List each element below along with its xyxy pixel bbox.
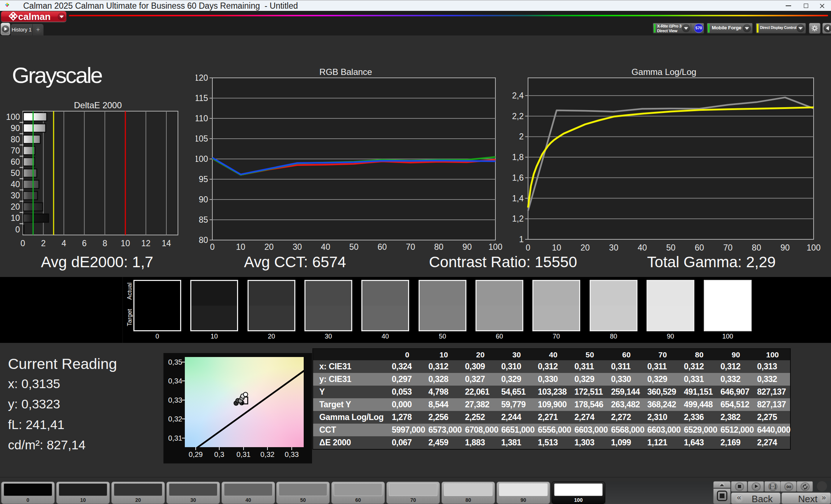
svg-text:70: 70 [406,242,415,252]
svg-text:100: 100 [489,242,502,252]
svg-text:60: 60 [378,242,387,252]
svg-text:90: 90 [199,195,208,204]
svg-text:0,35: 0,35 [168,358,182,366]
svg-text:0,32: 0,32 [261,450,275,458]
svg-text:50: 50 [11,168,20,178]
svg-text:0,31: 0,31 [237,450,251,458]
svg-text:1,6: 1,6 [512,173,524,182]
svg-text:0: 0 [210,242,215,252]
svg-text:60: 60 [695,243,704,252]
svg-text:0: 0 [21,239,25,248]
svg-text:0,34: 0,34 [168,377,182,385]
svg-text:0,31: 0,31 [168,434,182,442]
svg-text:30: 30 [11,191,20,200]
svg-text:12: 12 [141,239,151,248]
svg-text:80: 80 [199,235,208,245]
svg-text:1,4: 1,4 [512,194,524,203]
svg-text:10: 10 [121,239,130,248]
svg-text:10: 10 [11,213,20,223]
svg-text:1,8: 1,8 [512,152,524,162]
svg-text:10: 10 [236,242,245,252]
svg-text:40: 40 [321,242,331,252]
svg-text:14: 14 [162,239,171,248]
svg-text:20: 20 [264,242,274,252]
svg-text:80: 80 [434,242,444,252]
svg-text:0,33: 0,33 [168,396,182,404]
svg-text:90: 90 [462,242,472,252]
svg-text:110: 110 [196,114,208,123]
svg-text:100: 100 [807,243,820,252]
svg-text:85: 85 [199,215,208,224]
svg-text:10: 10 [552,243,561,252]
svg-text:1: 1 [519,235,524,244]
svg-text:40: 40 [11,180,20,189]
svg-text:20: 20 [581,243,590,252]
svg-text:Gamma Log/Log: Gamma Log/Log [632,67,697,77]
svg-text:60: 60 [11,157,20,167]
svg-text:105: 105 [196,134,208,143]
svg-text:70: 70 [723,243,733,252]
svg-text:120: 120 [196,73,208,83]
svg-text:2,4: 2,4 [512,91,524,100]
svg-text:4: 4 [62,239,66,248]
svg-text:6: 6 [82,239,87,248]
svg-text:0,33: 0,33 [285,450,299,458]
svg-text:90: 90 [780,243,790,252]
svg-text:95: 95 [199,175,208,184]
svg-text:30: 30 [609,243,619,252]
svg-text:0,29: 0,29 [189,450,203,458]
svg-text:0,3: 0,3 [214,450,224,458]
svg-text:1,2: 1,2 [512,214,524,223]
svg-text:0,32: 0,32 [168,415,182,423]
svg-text:2,2: 2,2 [512,112,524,121]
svg-text:DeltaE 2000: DeltaE 2000 [74,101,122,110]
svg-text:90: 90 [11,123,20,133]
svg-text:0: 0 [526,243,531,252]
svg-text:8: 8 [103,239,107,248]
svg-text:80: 80 [11,135,20,144]
svg-text:50: 50 [349,242,359,252]
svg-text:115: 115 [196,93,208,103]
svg-text:30: 30 [293,242,302,252]
svg-text:80: 80 [752,243,761,252]
svg-text:0: 0 [15,225,20,234]
svg-text:2: 2 [41,239,46,248]
svg-text:100: 100 [196,154,208,164]
svg-text:40: 40 [637,243,647,252]
svg-text:50: 50 [666,243,676,252]
svg-text:70: 70 [11,146,20,155]
svg-text:2: 2 [519,132,524,141]
svg-text:RGB Balance: RGB Balance [319,67,372,77]
svg-text:100: 100 [6,112,20,122]
svg-text:20: 20 [11,202,20,211]
